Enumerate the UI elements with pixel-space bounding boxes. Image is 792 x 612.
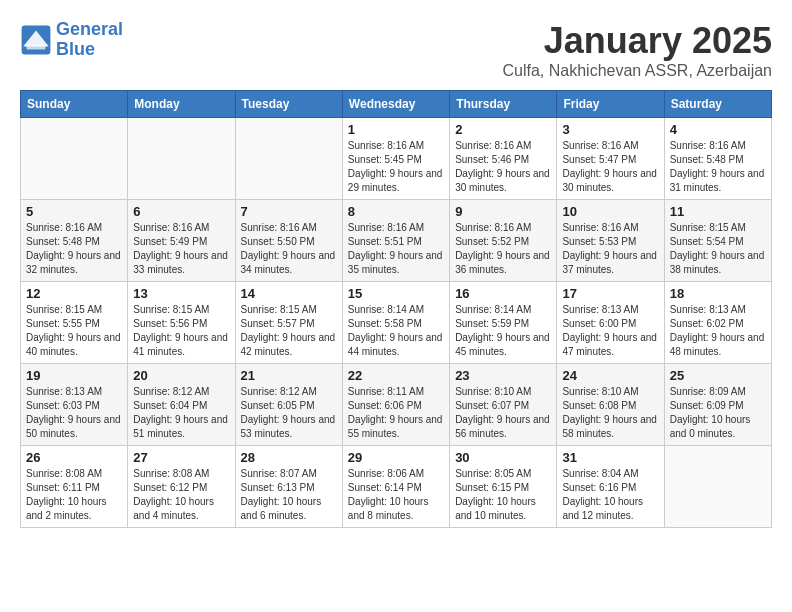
logo: General Blue	[20, 20, 123, 60]
calendar-cell: 20Sunrise: 8:12 AM Sunset: 6:04 PM Dayli…	[128, 364, 235, 446]
day-info: Sunrise: 8:12 AM Sunset: 6:05 PM Dayligh…	[241, 385, 337, 441]
calendar-cell: 4Sunrise: 8:16 AM Sunset: 5:48 PM Daylig…	[664, 118, 771, 200]
day-info: Sunrise: 8:15 AM Sunset: 5:57 PM Dayligh…	[241, 303, 337, 359]
day-number: 7	[241, 204, 337, 219]
calendar-table: Sunday Monday Tuesday Wednesday Thursday…	[20, 90, 772, 528]
day-info: Sunrise: 8:14 AM Sunset: 5:59 PM Dayligh…	[455, 303, 551, 359]
calendar-cell: 10Sunrise: 8:16 AM Sunset: 5:53 PM Dayli…	[557, 200, 664, 282]
day-number: 26	[26, 450, 122, 465]
calendar-cell: 31Sunrise: 8:04 AM Sunset: 6:16 PM Dayli…	[557, 446, 664, 528]
day-number: 29	[348, 450, 444, 465]
calendar-cell: 25Sunrise: 8:09 AM Sunset: 6:09 PM Dayli…	[664, 364, 771, 446]
calendar-cell	[128, 118, 235, 200]
day-info: Sunrise: 8:16 AM Sunset: 5:53 PM Dayligh…	[562, 221, 658, 277]
day-number: 20	[133, 368, 229, 383]
calendar-cell: 28Sunrise: 8:07 AM Sunset: 6:13 PM Dayli…	[235, 446, 342, 528]
week-row-4: 19Sunrise: 8:13 AM Sunset: 6:03 PM Dayli…	[21, 364, 772, 446]
logo-line1: General	[56, 19, 123, 39]
calendar-cell: 15Sunrise: 8:14 AM Sunset: 5:58 PM Dayli…	[342, 282, 449, 364]
day-info: Sunrise: 8:09 AM Sunset: 6:09 PM Dayligh…	[670, 385, 766, 441]
header-sunday: Sunday	[21, 91, 128, 118]
day-info: Sunrise: 8:16 AM Sunset: 5:47 PM Dayligh…	[562, 139, 658, 195]
day-info: Sunrise: 8:13 AM Sunset: 6:00 PM Dayligh…	[562, 303, 658, 359]
calendar-cell: 8Sunrise: 8:16 AM Sunset: 5:51 PM Daylig…	[342, 200, 449, 282]
header-row: Sunday Monday Tuesday Wednesday Thursday…	[21, 91, 772, 118]
day-number: 16	[455, 286, 551, 301]
day-number: 25	[670, 368, 766, 383]
day-number: 3	[562, 122, 658, 137]
calendar-cell: 14Sunrise: 8:15 AM Sunset: 5:57 PM Dayli…	[235, 282, 342, 364]
day-info: Sunrise: 8:10 AM Sunset: 6:08 PM Dayligh…	[562, 385, 658, 441]
header-friday: Friday	[557, 91, 664, 118]
week-row-2: 5Sunrise: 8:16 AM Sunset: 5:48 PM Daylig…	[21, 200, 772, 282]
day-number: 1	[348, 122, 444, 137]
calendar-subtitle: Culfa, Nakhichevan ASSR, Azerbaijan	[503, 62, 772, 80]
day-info: Sunrise: 8:13 AM Sunset: 6:02 PM Dayligh…	[670, 303, 766, 359]
header-wednesday: Wednesday	[342, 91, 449, 118]
day-number: 10	[562, 204, 658, 219]
day-info: Sunrise: 8:04 AM Sunset: 6:16 PM Dayligh…	[562, 467, 658, 523]
day-info: Sunrise: 8:14 AM Sunset: 5:58 PM Dayligh…	[348, 303, 444, 359]
day-info: Sunrise: 8:16 AM Sunset: 5:49 PM Dayligh…	[133, 221, 229, 277]
day-number: 8	[348, 204, 444, 219]
day-info: Sunrise: 8:15 AM Sunset: 5:55 PM Dayligh…	[26, 303, 122, 359]
calendar-cell: 6Sunrise: 8:16 AM Sunset: 5:49 PM Daylig…	[128, 200, 235, 282]
day-info: Sunrise: 8:15 AM Sunset: 5:56 PM Dayligh…	[133, 303, 229, 359]
calendar-cell: 30Sunrise: 8:05 AM Sunset: 6:15 PM Dayli…	[450, 446, 557, 528]
calendar-cell: 27Sunrise: 8:08 AM Sunset: 6:12 PM Dayli…	[128, 446, 235, 528]
calendar-cell: 16Sunrise: 8:14 AM Sunset: 5:59 PM Dayli…	[450, 282, 557, 364]
day-info: Sunrise: 8:13 AM Sunset: 6:03 PM Dayligh…	[26, 385, 122, 441]
day-number: 2	[455, 122, 551, 137]
day-info: Sunrise: 8:16 AM Sunset: 5:48 PM Dayligh…	[670, 139, 766, 195]
header-tuesday: Tuesday	[235, 91, 342, 118]
header-thursday: Thursday	[450, 91, 557, 118]
week-row-3: 12Sunrise: 8:15 AM Sunset: 5:55 PM Dayli…	[21, 282, 772, 364]
calendar-cell: 12Sunrise: 8:15 AM Sunset: 5:55 PM Dayli…	[21, 282, 128, 364]
calendar-cell: 11Sunrise: 8:15 AM Sunset: 5:54 PM Dayli…	[664, 200, 771, 282]
logo-text: General Blue	[56, 20, 123, 60]
day-info: Sunrise: 8:16 AM Sunset: 5:45 PM Dayligh…	[348, 139, 444, 195]
svg-rect-2	[26, 45, 45, 50]
day-number: 4	[670, 122, 766, 137]
calendar-cell: 13Sunrise: 8:15 AM Sunset: 5:56 PM Dayli…	[128, 282, 235, 364]
day-number: 19	[26, 368, 122, 383]
logo-line2: Blue	[56, 39, 95, 59]
header-saturday: Saturday	[664, 91, 771, 118]
day-number: 12	[26, 286, 122, 301]
calendar-cell: 5Sunrise: 8:16 AM Sunset: 5:48 PM Daylig…	[21, 200, 128, 282]
day-number: 21	[241, 368, 337, 383]
day-number: 28	[241, 450, 337, 465]
calendar-cell: 29Sunrise: 8:06 AM Sunset: 6:14 PM Dayli…	[342, 446, 449, 528]
day-number: 18	[670, 286, 766, 301]
calendar-cell: 18Sunrise: 8:13 AM Sunset: 6:02 PM Dayli…	[664, 282, 771, 364]
day-number: 22	[348, 368, 444, 383]
week-row-5: 26Sunrise: 8:08 AM Sunset: 6:11 PM Dayli…	[21, 446, 772, 528]
day-number: 5	[26, 204, 122, 219]
day-info: Sunrise: 8:16 AM Sunset: 5:48 PM Dayligh…	[26, 221, 122, 277]
day-number: 23	[455, 368, 551, 383]
day-number: 17	[562, 286, 658, 301]
calendar-cell: 21Sunrise: 8:12 AM Sunset: 6:05 PM Dayli…	[235, 364, 342, 446]
calendar-cell: 9Sunrise: 8:16 AM Sunset: 5:52 PM Daylig…	[450, 200, 557, 282]
calendar-cell: 23Sunrise: 8:10 AM Sunset: 6:07 PM Dayli…	[450, 364, 557, 446]
day-number: 15	[348, 286, 444, 301]
day-info: Sunrise: 8:16 AM Sunset: 5:46 PM Dayligh…	[455, 139, 551, 195]
week-row-1: 1Sunrise: 8:16 AM Sunset: 5:45 PM Daylig…	[21, 118, 772, 200]
day-number: 14	[241, 286, 337, 301]
calendar-cell: 26Sunrise: 8:08 AM Sunset: 6:11 PM Dayli…	[21, 446, 128, 528]
day-info: Sunrise: 8:16 AM Sunset: 5:50 PM Dayligh…	[241, 221, 337, 277]
calendar-cell: 19Sunrise: 8:13 AM Sunset: 6:03 PM Dayli…	[21, 364, 128, 446]
day-info: Sunrise: 8:05 AM Sunset: 6:15 PM Dayligh…	[455, 467, 551, 523]
calendar-cell: 7Sunrise: 8:16 AM Sunset: 5:50 PM Daylig…	[235, 200, 342, 282]
header: General Blue January 2025 Culfa, Nakhich…	[20, 20, 772, 80]
calendar-cell: 24Sunrise: 8:10 AM Sunset: 6:08 PM Dayli…	[557, 364, 664, 446]
day-number: 30	[455, 450, 551, 465]
day-number: 13	[133, 286, 229, 301]
day-info: Sunrise: 8:15 AM Sunset: 5:54 PM Dayligh…	[670, 221, 766, 277]
day-number: 11	[670, 204, 766, 219]
calendar-title: January 2025	[503, 20, 772, 62]
calendar-cell: 2Sunrise: 8:16 AM Sunset: 5:46 PM Daylig…	[450, 118, 557, 200]
day-number: 9	[455, 204, 551, 219]
calendar-cell	[21, 118, 128, 200]
calendar-cell: 17Sunrise: 8:13 AM Sunset: 6:00 PM Dayli…	[557, 282, 664, 364]
